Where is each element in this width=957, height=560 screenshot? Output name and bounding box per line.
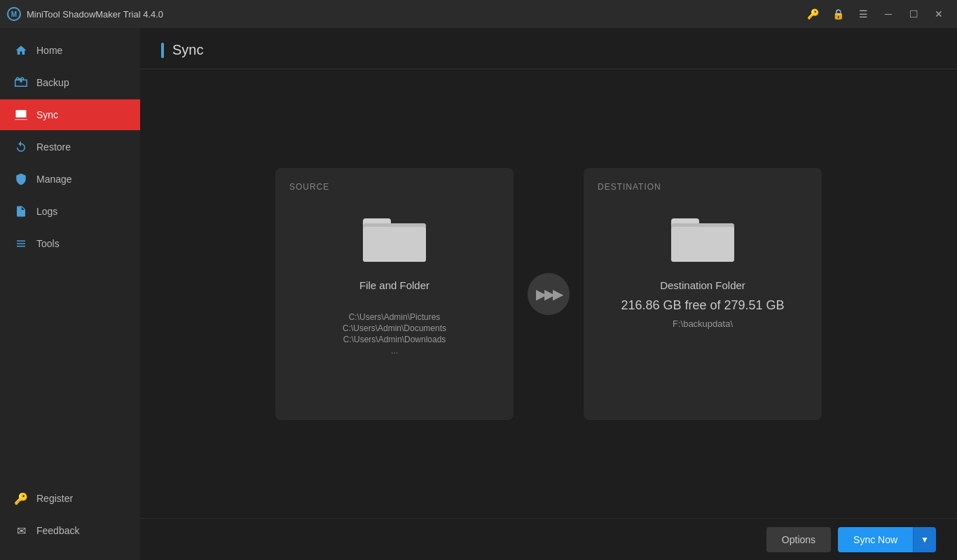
sync-now-button[interactable]: Sync Now	[838, 527, 913, 552]
source-path-ellipsis: ...	[391, 346, 398, 356]
sync-now-group: Sync Now ▼	[838, 527, 936, 552]
arrow-icon: ▶▶▶	[536, 286, 561, 302]
minimize-button[interactable]: ─	[877, 3, 900, 25]
maximize-button[interactable]: ☐	[902, 3, 925, 25]
destination-folder-title: Destination Folder	[660, 279, 745, 291]
options-button[interactable]: Options	[766, 527, 831, 552]
source-path-1: C:\Users\Admin\Pictures	[349, 312, 441, 322]
sidebar-item-register[interactable]: 🔑 Register	[0, 483, 140, 514]
sidebar-label-logs: Logs	[36, 206, 57, 217]
sidebar-item-manage[interactable]: Manage	[0, 164, 140, 195]
source-path-3: C:\Users\Admin\Downloads	[343, 335, 446, 344]
sidebar-nav: Home Backup Sync Restore	[0, 35, 140, 483]
sidebar-label-register: Register	[36, 493, 73, 504]
source-paths: C:\Users\Admin\Pictures C:\Users\Admin\D…	[343, 312, 446, 356]
backup-icon	[14, 76, 28, 90]
app-body: Home Backup Sync Restore	[0, 28, 957, 560]
destination-folder-icon	[671, 213, 734, 265]
sync-now-dropdown-button[interactable]: ▼	[913, 527, 936, 552]
content-area: Sync SOURCE File and Folder C:\Users\Adm…	[140, 28, 957, 560]
svg-rect-10	[671, 227, 734, 262]
source-path-2: C:\Users\Admin\Documents	[343, 323, 446, 333]
sidebar-item-sync[interactable]: Sync	[0, 99, 140, 130]
sidebar-item-logs[interactable]: Logs	[0, 196, 140, 227]
sidebar-label-manage: Manage	[36, 174, 72, 185]
destination-free-space: 216.86 GB free of 279.51 GB	[621, 298, 784, 313]
key-icon[interactable]: 🔑	[801, 3, 824, 25]
app-logo: M	[7, 7, 21, 21]
title-bar: M MiniTool ShadowMaker Trial 4.4.0 🔑 🔒 ☰…	[0, 0, 957, 28]
header-bar-accent	[161, 43, 164, 58]
sidebar-item-feedback[interactable]: ✉ Feedback	[0, 515, 140, 546]
sidebar-item-tools[interactable]: Tools	[0, 228, 140, 259]
source-folder-title: File and Folder	[359, 279, 429, 291]
sidebar-label-feedback: Feedback	[36, 525, 79, 536]
page-title: Sync	[172, 42, 203, 58]
lock-icon[interactable]: 🔒	[827, 3, 849, 25]
bottom-bar: Options Sync Now ▼	[140, 518, 957, 560]
destination-card[interactable]: DESTINATION Destination Folder 216.86 GB…	[584, 168, 822, 420]
tools-icon	[14, 237, 28, 251]
sync-icon	[14, 108, 28, 122]
manage-icon	[14, 172, 28, 186]
app-title: MiniTool ShadowMaker Trial 4.4.0	[27, 9, 163, 20]
page-header: Sync	[140, 28, 957, 69]
home-icon	[14, 43, 28, 57]
window-controls: 🔑 🔒 ☰ ─ ☐ ✕	[801, 3, 950, 25]
destination-path: F:\backupdata\	[673, 318, 733, 329]
sidebar-label-home: Home	[36, 45, 62, 56]
logs-icon	[14, 204, 28, 218]
sidebar-item-home[interactable]: Home	[0, 35, 140, 66]
svg-rect-2	[16, 110, 27, 118]
sidebar-label-restore: Restore	[36, 141, 71, 153]
sync-arrow-button[interactable]: ▶▶▶	[528, 273, 570, 315]
svg-rect-6	[363, 227, 426, 262]
sidebar-item-restore[interactable]: Restore	[0, 132, 140, 162]
sidebar-label-tools: Tools	[36, 238, 60, 249]
sync-area: SOURCE File and Folder C:\Users\Admin\Pi…	[140, 69, 957, 518]
sidebar: Home Backup Sync Restore	[0, 28, 140, 560]
source-folder-icon	[363, 213, 426, 265]
source-card[interactable]: SOURCE File and Folder C:\Users\Admin\Pi…	[275, 168, 514, 420]
register-icon: 🔑	[14, 491, 28, 505]
menu-icon[interactable]: ☰	[852, 3, 874, 25]
destination-label: DESTINATION	[598, 182, 661, 192]
source-label: SOURCE	[289, 182, 329, 192]
sidebar-label-backup: Backup	[36, 77, 69, 88]
sidebar-bottom: 🔑 Register ✉ Feedback	[0, 483, 140, 560]
restore-icon	[14, 140, 28, 154]
close-button[interactable]: ✕	[928, 3, 950, 25]
svg-text:M: M	[11, 10, 17, 18]
feedback-icon: ✉	[14, 524, 28, 538]
sidebar-item-backup[interactable]: Backup	[0, 67, 140, 98]
sidebar-label-sync: Sync	[36, 109, 58, 120]
